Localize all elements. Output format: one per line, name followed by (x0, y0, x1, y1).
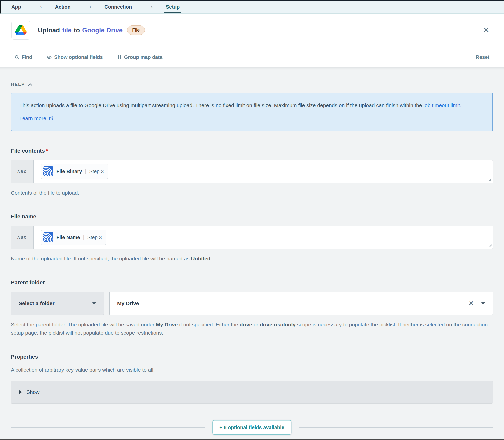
properties-help: A collection of arbitrary key-value pair… (11, 366, 493, 374)
data-type-abc-badge: ABC (11, 226, 34, 249)
triangle-right-icon (19, 390, 22, 394)
data-type-abc-badge: ABC (11, 160, 34, 183)
breadcrumb-app[interactable]: App (12, 1, 21, 14)
group-map-data-label: Group map data (124, 54, 162, 60)
close-icon[interactable]: ✕ (483, 26, 490, 34)
title-word-upload: Upload (38, 26, 60, 34)
reset-button[interactable]: Reset (476, 54, 490, 60)
help-body-text: This action uploads a file to Google Dri… (20, 102, 424, 108)
setup-panel: App ⟶ Action ⟶ Connection ⟶ Setup Upload… (0, 1, 504, 440)
file-contents-input[interactable]: ABC (11, 160, 493, 183)
properties-show-toggle[interactable]: Show (11, 381, 493, 404)
job-timeout-link[interactable]: job timeout limit. (424, 102, 462, 108)
breadcrumb-action[interactable]: Action (55, 1, 70, 14)
setup-form: HELP This action uploads a file to Googl… (0, 68, 504, 440)
file-name-help-bold: Untitled (191, 256, 210, 262)
clear-value-icon[interactable]: ✕ (469, 300, 474, 306)
reset-label: Reset (476, 54, 490, 60)
find-label: Find (22, 54, 32, 60)
file-name-help: Name of the uploaded file. If not specif… (11, 254, 493, 263)
file-name-help-period: . (210, 256, 212, 262)
file-binary-datapill[interactable]: File Binary | Step 3 (41, 164, 108, 179)
required-asterisk: * (46, 148, 48, 154)
find-button[interactable]: Find (14, 54, 32, 60)
show-optional-fields-button[interactable]: Show optional fields (47, 54, 103, 60)
title-word-to: to (74, 26, 80, 34)
group-bars-icon (118, 55, 122, 60)
file-name-datapill[interactable]: File Name | Step 3 (41, 230, 106, 245)
eye-icon (47, 55, 52, 60)
action-header: Upload file to Google Drive File ✕ (0, 14, 504, 47)
resize-handle-icon[interactable] (488, 243, 492, 248)
resize-handle-icon[interactable] (488, 178, 492, 182)
chevron-down-icon[interactable] (481, 302, 485, 305)
pf-help-bold: drive (240, 322, 252, 328)
optional-fields-button[interactable]: + 8 optional fields available (212, 420, 292, 435)
datapill-separator: | (85, 169, 86, 174)
pf-help-seg: Select the parent folder. The uploaded f… (11, 322, 156, 328)
datapill-name: File Binary (56, 169, 82, 174)
learn-more-link[interactable]: Learn more (20, 114, 46, 123)
pf-help-seg: or (252, 322, 260, 328)
datapill-step: Step 3 (89, 169, 104, 174)
field-toolbar: Find Show optional fields Group map data… (0, 47, 504, 68)
pf-help-bold: drive.readonly (260, 322, 296, 328)
step-app-icon (44, 232, 54, 243)
title-link-file[interactable]: file (62, 26, 72, 34)
breadcrumb-arrow-icon: ⟶ (34, 1, 42, 14)
datapill-separator: | (83, 235, 84, 240)
file-contents-label-text: File contents (11, 148, 45, 154)
help-toggle[interactable]: HELP (11, 82, 493, 87)
group-map-data-button[interactable]: Group map data (118, 54, 162, 60)
title-link-google-drive[interactable]: Google Drive (82, 26, 123, 34)
chevron-down-icon (92, 302, 96, 305)
properties-label: Properties (11, 354, 493, 360)
parent-folder-help: Select the parent folder. The uploaded f… (11, 320, 493, 337)
folder-picker-label: Select a folder (19, 300, 55, 306)
pf-help-seg: if not specified. Either the (178, 322, 240, 328)
file-contents-help: Contents of the file to upload. (11, 189, 493, 197)
show-toggle-label: Show (26, 389, 40, 395)
file-type-badge: File (127, 26, 145, 35)
optional-fields-row: + 8 optional fields available (11, 419, 493, 436)
google-drive-icon (12, 21, 30, 40)
parent-folder-value-input[interactable]: My Drive ✕ (110, 292, 493, 315)
external-link-icon (49, 116, 54, 121)
datapill-name: File Name (56, 235, 80, 240)
help-label: HELP (11, 82, 25, 87)
breadcrumb-arrow-icon: ⟶ (145, 1, 153, 14)
breadcrumb: App ⟶ Action ⟶ Connection ⟶ Setup (0, 1, 504, 14)
file-contents-label: File contents* (11, 148, 493, 154)
file-name-label: File name (11, 214, 493, 220)
file-name-help-text: Name of the uploaded file. If not specif… (11, 256, 191, 262)
search-icon (14, 55, 20, 60)
breadcrumb-setup[interactable]: Setup (166, 1, 180, 14)
file-name-input[interactable]: ABC (11, 226, 493, 249)
parent-folder-label: Parent folder (11, 280, 493, 286)
step-app-icon (44, 166, 54, 177)
folder-picker-dropdown[interactable]: Select a folder (11, 292, 104, 315)
parent-folder-value: My Drive (117, 300, 139, 306)
pf-help-bold: My Drive (156, 322, 178, 328)
chevron-up-icon (28, 82, 32, 87)
page-title: Upload file to Google Drive (38, 26, 123, 34)
breadcrumb-connection[interactable]: Connection (104, 1, 132, 14)
help-callout: This action uploads a file to Google Dri… (11, 93, 493, 131)
show-optional-fields-label: Show optional fields (54, 54, 103, 60)
breadcrumb-arrow-icon: ⟶ (84, 1, 92, 14)
datapill-step: Step 3 (88, 235, 102, 240)
